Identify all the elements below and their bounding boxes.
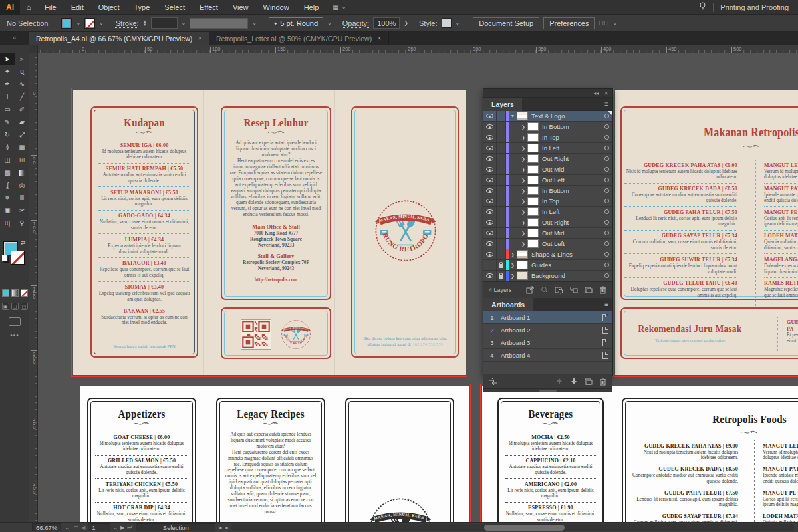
chevron-right-icon[interactable]: ❯ (519, 241, 527, 247)
chevron-down-icon[interactable]: ⌄ (76, 20, 80, 26)
menu-panel-makanan[interactable]: Makanan Retropolis GUDEG KRECEK PAHA ATA… (620, 106, 798, 300)
chevron-right-icon[interactable]: ❯ (509, 263, 517, 268)
chevron-down-icon[interactable]: ⌄ (327, 20, 332, 26)
draw-behind-button[interactable]: ◱ (11, 303, 19, 310)
artboard-navigation-field[interactable]: 1 (88, 523, 110, 531)
layer-lock-toggle[interactable] (497, 271, 506, 281)
horizontal-ruler[interactable]: 050100150200250300350400450500550 (29, 45, 798, 53)
new-sublayer-icon[interactable] (569, 286, 578, 295)
chevron-down-icon[interactable]: ⌄ (456, 20, 460, 26)
layer-visibility-toggle[interactable] (483, 143, 497, 153)
layer-lock-toggle[interactable] (497, 186, 506, 196)
layer-thumbnail[interactable] (527, 154, 539, 163)
blend-tool[interactable]: ◎ (15, 179, 29, 192)
new-artboard-icon[interactable] (584, 377, 593, 386)
layer-visibility-toggle[interactable] (483, 196, 497, 206)
layer-lock-toggle[interactable] (497, 260, 506, 270)
layer-thumbnail[interactable] (527, 186, 539, 195)
menu-panel-kudapan[interactable]: Kudapan SEMUR IGA | €6.00Id molupta teni… (90, 106, 198, 358)
delete-layer-icon[interactable] (598, 286, 607, 295)
lasso-tool[interactable]: ɋ (15, 65, 29, 78)
line-segment-tool[interactable]: ╱ (15, 90, 29, 103)
layer-thumbnail[interactable] (517, 261, 528, 269)
artboard-row[interactable]: 1Artboard 1 (483, 311, 612, 324)
artboard-4[interactable]: Beverages MOCHA | €2.50Id molupta teniet… (482, 386, 798, 522)
artboard-options[interactable] (598, 352, 612, 359)
chevron-right-icon[interactable]: ❯ (509, 273, 517, 279)
variable-width-profile-dropdown[interactable] (190, 18, 248, 29)
menu-panel-appetizers[interactable]: Appetizers GOAT CHEESE | €6.00Id molupta… (87, 398, 196, 522)
delete-artboard-icon[interactable] (598, 377, 607, 386)
hand-tool[interactable]: ɰ (0, 217, 15, 229)
layer-name[interactable]: Shape & Lines (531, 251, 600, 258)
menu-object[interactable]: Object (91, 0, 127, 15)
layer-thumbnail[interactable] (517, 112, 528, 120)
last-artboard-icon[interactable]: ⏭ (127, 524, 132, 531)
layer-thumbnail[interactable] (517, 250, 528, 259)
artboard-row[interactable]: 3Artboard 3 (483, 336, 612, 349)
default-fill-stroke-icon[interactable] (1, 255, 8, 261)
layer-visibility-toggle[interactable] (483, 271, 497, 281)
new-layer-icon[interactable] (584, 286, 593, 295)
layer-name[interactable]: In Top (542, 198, 600, 205)
chevron-right-icon[interactable]: ❯ (519, 220, 527, 225)
chevron-right-icon[interactable]: ❯ (519, 188, 527, 194)
chevron-right-icon[interactable]: ❯ (519, 178, 527, 183)
curvature-tool[interactable]: ∿ (15, 78, 29, 90)
chevron-right-icon[interactable]: ❯ (519, 124, 527, 130)
layer-visibility-toggle[interactable] (483, 154, 497, 164)
layer-thumbnail[interactable] (527, 197, 539, 205)
draw-normal-button[interactable]: ▣ (2, 303, 9, 310)
layer-target[interactable] (600, 135, 612, 140)
layer-target[interactable] (600, 273, 612, 278)
close-panel-icon[interactable]: ✕ (604, 90, 608, 96)
layer-row[interactable]: ❯In Left (483, 143, 612, 154)
layer-visibility-toggle[interactable] (483, 217, 497, 227)
menu-panel-beverages[interactable]: Beverages MOCHA | €2.50Id molupta teniet… (497, 398, 604, 522)
chevron-right-icon[interactable]: ❯ (404, 20, 408, 26)
paintbrush-tool[interactable]: ✐ (15, 103, 29, 116)
first-artboard-icon[interactable]: ⏮ (74, 524, 78, 531)
artboard-name[interactable]: Artboard 2 (501, 327, 598, 334)
draw-inside-button[interactable]: ◰ (21, 303, 28, 310)
fill-color-swatch[interactable] (61, 18, 72, 29)
layer-row[interactable]: ❯Out Left (483, 175, 612, 186)
artboard-1[interactable]: Kudapan SEMUR IGA | €6.00Id molupta teni… (73, 90, 466, 375)
stroke-weight-field[interactable] (151, 17, 178, 29)
layer-name[interactable]: Text & Logo (531, 112, 600, 120)
layer-thumbnail[interactable] (527, 144, 539, 152)
layer-row[interactable]: ❯Background (483, 271, 612, 281)
prev-artboard-icon[interactable]: ◀ (81, 525, 85, 531)
layer-target[interactable] (600, 199, 612, 203)
current-tool-status[interactable]: Selection (136, 523, 215, 531)
none-mode-button[interactable] (21, 289, 28, 297)
layer-lock-toggle[interactable] (497, 175, 506, 185)
layer-name[interactable]: In Left (542, 208, 600, 215)
qr-logo-box[interactable] (221, 307, 331, 359)
pencil-tool[interactable]: ✎ (0, 116, 15, 128)
opacity-label[interactable]: Opacity: (342, 19, 369, 27)
ruler-origin-corner[interactable] (29, 45, 38, 53)
layer-target[interactable] (600, 156, 612, 161)
layer-target[interactable] (600, 178, 612, 182)
layer-target[interactable] (600, 188, 612, 193)
layer-visibility-toggle[interactable] (483, 249, 497, 259)
gradient-tool[interactable] (15, 166, 29, 179)
layer-lock-toggle[interactable] (497, 143, 506, 153)
layer-visibility-toggle[interactable] (483, 186, 497, 196)
slice-tool[interactable]: ✂ (15, 204, 29, 217)
rectangle-tool[interactable]: ▭ (0, 103, 15, 116)
layer-name[interactable]: Guides (531, 261, 600, 269)
layer-name[interactable]: Out Left (542, 176, 600, 184)
tab-artboards[interactable]: Artboards (483, 298, 533, 311)
layer-visibility-toggle[interactable] (483, 207, 497, 217)
collect-for-export-icon[interactable] (525, 286, 534, 295)
layer-row[interactable]: ❯Out Right (483, 154, 612, 164)
chevron-right-icon[interactable]: ❯ (509, 252, 517, 257)
layer-name[interactable]: In Left (542, 144, 600, 152)
menu-panel-retropolis-foods[interactable]: Retropolis Foods GUDEG KRECEK PAHA ATAS … (622, 398, 798, 522)
arrange-documents-button[interactable]: ▦ ⌄ (332, 3, 346, 11)
artboard-options[interactable] (598, 314, 612, 321)
layer-lock-toggle[interactable] (497, 196, 506, 206)
layer-target[interactable] (600, 263, 612, 267)
